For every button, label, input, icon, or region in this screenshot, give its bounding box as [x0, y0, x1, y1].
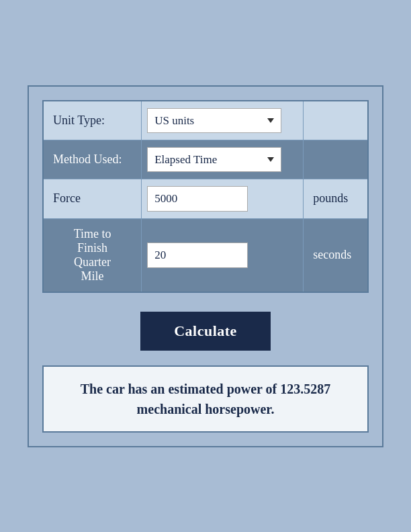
method-used-label: Method Used: [43, 140, 142, 179]
method-used-cell: Elapsed Time Trap Speed [142, 140, 304, 179]
method-used-select[interactable]: Elapsed Time Trap Speed [147, 147, 281, 172]
force-row: Force pounds [43, 179, 368, 218]
calculator-container: Unit Type: US units Metric units Method … [28, 85, 383, 447]
force-unit: pounds [304, 179, 368, 218]
time-input[interactable] [147, 242, 248, 268]
result-text: The car has an estimated power of 123.52… [57, 379, 354, 419]
force-input-cell [142, 179, 304, 218]
time-input-cell [142, 218, 304, 292]
method-used-row: Method Used: Elapsed Time Trap Speed [43, 140, 368, 179]
unit-type-cell: US units Metric units [142, 101, 304, 140]
unit-type-select[interactable]: US units Metric units [147, 108, 281, 133]
result-box: The car has an estimated power of 123.52… [42, 365, 369, 433]
calculate-section: Calculate [42, 312, 369, 351]
unit-type-row: Unit Type: US units Metric units [43, 101, 368, 140]
unit-type-spacer [304, 101, 368, 140]
unit-type-label: Unit Type: [43, 101, 142, 140]
time-unit: seconds [304, 218, 368, 292]
calculate-button[interactable]: Calculate [140, 312, 271, 351]
force-input[interactable] [147, 186, 248, 212]
time-label: Time to Finish Quarter Mile [43, 218, 142, 292]
force-label: Force [43, 179, 142, 218]
form-table: Unit Type: US units Metric units Method … [42, 100, 369, 293]
time-row: Time to Finish Quarter Mile seconds [43, 218, 368, 292]
method-used-spacer [304, 140, 368, 179]
